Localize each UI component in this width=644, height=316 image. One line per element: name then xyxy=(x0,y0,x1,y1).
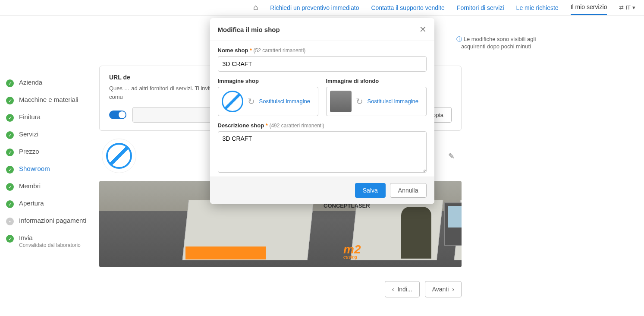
modal-backdrop: Modifica il mio shop ✕ Nome shop * (52 c… xyxy=(0,0,644,315)
bg-image-label: Immagine di sfondo xyxy=(326,78,427,84)
cancel-button[interactable]: Annulla xyxy=(390,183,427,198)
shop-image-label: Immagine shop xyxy=(218,78,318,84)
shop-desc-label: Descrizione shop * (492 caratteri rimane… xyxy=(218,122,427,129)
replace-shop-image[interactable]: Sostituisci immagine xyxy=(259,98,311,105)
refresh-icon: ↻ xyxy=(248,96,255,107)
shop-name-input[interactable] xyxy=(218,56,427,72)
bg-image-box: ↻ Sostituisci immagine xyxy=(326,87,427,116)
save-button[interactable]: Salva xyxy=(355,183,386,198)
replace-bg-image[interactable]: Sostituisci immagine xyxy=(368,98,419,105)
shop-image-box: ↻ Sostituisci immagine xyxy=(218,87,318,116)
bg-image-thumb xyxy=(330,91,352,112)
refresh-icon: ↻ xyxy=(356,96,363,107)
modal-title: Modifica il mio shop xyxy=(218,26,280,33)
edit-shop-modal: Modifica il mio shop ✕ Nome shop * (52 c… xyxy=(210,18,434,204)
shop-name-label: Nome shop * (52 caratteri rimanenti) xyxy=(218,47,427,54)
close-icon[interactable]: ✕ xyxy=(419,24,427,35)
shop-image-thumb xyxy=(222,91,243,112)
shop-desc-input[interactable] xyxy=(218,131,427,173)
